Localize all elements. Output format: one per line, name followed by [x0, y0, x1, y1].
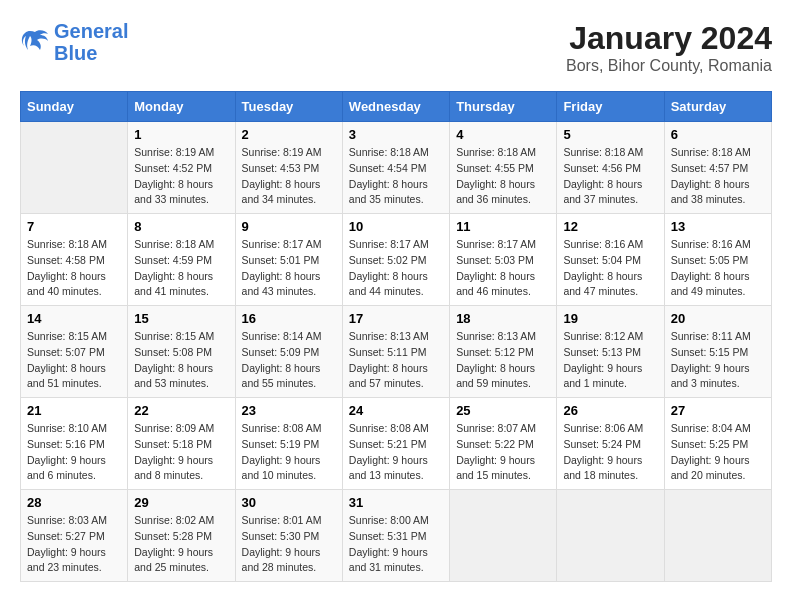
day-number: 15: [134, 311, 228, 326]
day-details: Sunrise: 8:18 AMSunset: 4:58 PMDaylight:…: [27, 237, 121, 300]
calendar-cell: 1Sunrise: 8:19 AMSunset: 4:52 PMDaylight…: [128, 122, 235, 214]
day-details: Sunrise: 8:10 AMSunset: 5:16 PMDaylight:…: [27, 421, 121, 484]
calendar-title: January 2024: [566, 20, 772, 57]
calendar-cell: 7Sunrise: 8:18 AMSunset: 4:58 PMDaylight…: [21, 214, 128, 306]
calendar-cell: 6Sunrise: 8:18 AMSunset: 4:57 PMDaylight…: [664, 122, 771, 214]
calendar-cell: 17Sunrise: 8:13 AMSunset: 5:11 PMDayligh…: [342, 306, 449, 398]
week-row-1: 1Sunrise: 8:19 AMSunset: 4:52 PMDaylight…: [21, 122, 772, 214]
day-details: Sunrise: 8:15 AMSunset: 5:07 PMDaylight:…: [27, 329, 121, 392]
calendar-cell: 23Sunrise: 8:08 AMSunset: 5:19 PMDayligh…: [235, 398, 342, 490]
day-number: 4: [456, 127, 550, 142]
day-details: Sunrise: 8:00 AMSunset: 5:31 PMDaylight:…: [349, 513, 443, 576]
day-details: Sunrise: 8:11 AMSunset: 5:15 PMDaylight:…: [671, 329, 765, 392]
calendar-cell: 19Sunrise: 8:12 AMSunset: 5:13 PMDayligh…: [557, 306, 664, 398]
day-number: 17: [349, 311, 443, 326]
day-number: 30: [242, 495, 336, 510]
calendar-cell: 13Sunrise: 8:16 AMSunset: 5:05 PMDayligh…: [664, 214, 771, 306]
day-header-sunday: Sunday: [21, 92, 128, 122]
day-number: 14: [27, 311, 121, 326]
day-details: Sunrise: 8:18 AMSunset: 4:54 PMDaylight:…: [349, 145, 443, 208]
calendar-subtitle: Bors, Bihor County, Romania: [566, 57, 772, 75]
day-number: 24: [349, 403, 443, 418]
day-details: Sunrise: 8:17 AMSunset: 5:01 PMDaylight:…: [242, 237, 336, 300]
calendar-cell: 24Sunrise: 8:08 AMSunset: 5:21 PMDayligh…: [342, 398, 449, 490]
day-header-monday: Monday: [128, 92, 235, 122]
day-number: 29: [134, 495, 228, 510]
day-number: 1: [134, 127, 228, 142]
calendar-cell: 8Sunrise: 8:18 AMSunset: 4:59 PMDaylight…: [128, 214, 235, 306]
day-details: Sunrise: 8:18 AMSunset: 4:57 PMDaylight:…: [671, 145, 765, 208]
day-number: 6: [671, 127, 765, 142]
day-number: 20: [671, 311, 765, 326]
day-header-thursday: Thursday: [450, 92, 557, 122]
day-number: 27: [671, 403, 765, 418]
day-number: 26: [563, 403, 657, 418]
day-details: Sunrise: 8:07 AMSunset: 5:22 PMDaylight:…: [456, 421, 550, 484]
day-number: 2: [242, 127, 336, 142]
day-number: 23: [242, 403, 336, 418]
day-details: Sunrise: 8:15 AMSunset: 5:08 PMDaylight:…: [134, 329, 228, 392]
day-details: Sunrise: 8:17 AMSunset: 5:03 PMDaylight:…: [456, 237, 550, 300]
day-number: 31: [349, 495, 443, 510]
calendar-cell: 18Sunrise: 8:13 AMSunset: 5:12 PMDayligh…: [450, 306, 557, 398]
day-details: Sunrise: 8:01 AMSunset: 5:30 PMDaylight:…: [242, 513, 336, 576]
day-details: Sunrise: 8:04 AMSunset: 5:25 PMDaylight:…: [671, 421, 765, 484]
week-row-4: 21Sunrise: 8:10 AMSunset: 5:16 PMDayligh…: [21, 398, 772, 490]
calendar-cell: [21, 122, 128, 214]
day-details: Sunrise: 8:12 AMSunset: 5:13 PMDaylight:…: [563, 329, 657, 392]
calendar-cell: 27Sunrise: 8:04 AMSunset: 5:25 PMDayligh…: [664, 398, 771, 490]
day-details: Sunrise: 8:06 AMSunset: 5:24 PMDaylight:…: [563, 421, 657, 484]
day-details: Sunrise: 8:16 AMSunset: 5:05 PMDaylight:…: [671, 237, 765, 300]
day-number: 25: [456, 403, 550, 418]
calendar-cell: 28Sunrise: 8:03 AMSunset: 5:27 PMDayligh…: [21, 490, 128, 582]
calendar-cell: 30Sunrise: 8:01 AMSunset: 5:30 PMDayligh…: [235, 490, 342, 582]
calendar-cell: 31Sunrise: 8:00 AMSunset: 5:31 PMDayligh…: [342, 490, 449, 582]
day-details: Sunrise: 8:18 AMSunset: 4:56 PMDaylight:…: [563, 145, 657, 208]
day-number: 3: [349, 127, 443, 142]
day-number: 16: [242, 311, 336, 326]
day-number: 12: [563, 219, 657, 234]
day-number: 13: [671, 219, 765, 234]
day-number: 22: [134, 403, 228, 418]
day-details: Sunrise: 8:18 AMSunset: 4:55 PMDaylight:…: [456, 145, 550, 208]
day-details: Sunrise: 8:03 AMSunset: 5:27 PMDaylight:…: [27, 513, 121, 576]
calendar-title-block: January 2024 Bors, Bihor County, Romania: [566, 20, 772, 75]
calendar-cell: 5Sunrise: 8:18 AMSunset: 4:56 PMDaylight…: [557, 122, 664, 214]
day-header-wednesday: Wednesday: [342, 92, 449, 122]
logo: General Blue: [20, 20, 128, 64]
calendar-cell: 10Sunrise: 8:17 AMSunset: 5:02 PMDayligh…: [342, 214, 449, 306]
calendar-cell: 9Sunrise: 8:17 AMSunset: 5:01 PMDaylight…: [235, 214, 342, 306]
calendar-cell: 21Sunrise: 8:10 AMSunset: 5:16 PMDayligh…: [21, 398, 128, 490]
day-details: Sunrise: 8:16 AMSunset: 5:04 PMDaylight:…: [563, 237, 657, 300]
logo-bird-icon: [20, 28, 50, 56]
calendar-table: SundayMondayTuesdayWednesdayThursdayFrid…: [20, 91, 772, 582]
calendar-cell: 12Sunrise: 8:16 AMSunset: 5:04 PMDayligh…: [557, 214, 664, 306]
calendar-cell: 16Sunrise: 8:14 AMSunset: 5:09 PMDayligh…: [235, 306, 342, 398]
day-number: 5: [563, 127, 657, 142]
week-row-3: 14Sunrise: 8:15 AMSunset: 5:07 PMDayligh…: [21, 306, 772, 398]
calendar-cell: 26Sunrise: 8:06 AMSunset: 5:24 PMDayligh…: [557, 398, 664, 490]
day-header-tuesday: Tuesday: [235, 92, 342, 122]
calendar-cell: 2Sunrise: 8:19 AMSunset: 4:53 PMDaylight…: [235, 122, 342, 214]
calendar-cell: [557, 490, 664, 582]
calendar-cell: 14Sunrise: 8:15 AMSunset: 5:07 PMDayligh…: [21, 306, 128, 398]
day-number: 18: [456, 311, 550, 326]
week-row-5: 28Sunrise: 8:03 AMSunset: 5:27 PMDayligh…: [21, 490, 772, 582]
day-details: Sunrise: 8:17 AMSunset: 5:02 PMDaylight:…: [349, 237, 443, 300]
calendar-cell: 3Sunrise: 8:18 AMSunset: 4:54 PMDaylight…: [342, 122, 449, 214]
day-number: 21: [27, 403, 121, 418]
day-number: 9: [242, 219, 336, 234]
day-number: 10: [349, 219, 443, 234]
calendar-cell: 11Sunrise: 8:17 AMSunset: 5:03 PMDayligh…: [450, 214, 557, 306]
calendar-cell: 29Sunrise: 8:02 AMSunset: 5:28 PMDayligh…: [128, 490, 235, 582]
day-details: Sunrise: 8:19 AMSunset: 4:52 PMDaylight:…: [134, 145, 228, 208]
calendar-cell: [664, 490, 771, 582]
day-header-friday: Friday: [557, 92, 664, 122]
calendar-cell: [450, 490, 557, 582]
day-number: 19: [563, 311, 657, 326]
day-number: 7: [27, 219, 121, 234]
day-details: Sunrise: 8:19 AMSunset: 4:53 PMDaylight:…: [242, 145, 336, 208]
day-details: Sunrise: 8:13 AMSunset: 5:12 PMDaylight:…: [456, 329, 550, 392]
day-number: 28: [27, 495, 121, 510]
day-details: Sunrise: 8:08 AMSunset: 5:19 PMDaylight:…: [242, 421, 336, 484]
